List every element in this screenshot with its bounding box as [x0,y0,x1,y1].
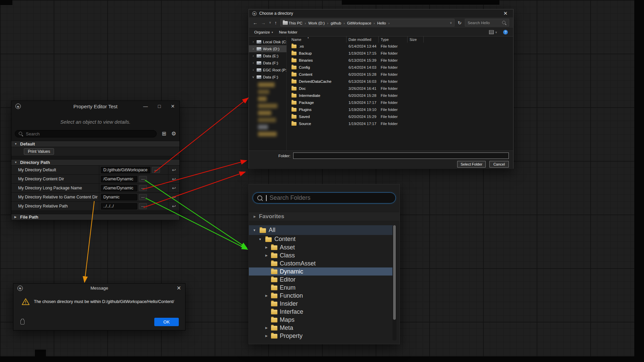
file-row[interactable]: DerivedDataCache 6/13/2024 16:03 File fo… [287,78,513,85]
drive-tree-item[interactable]: › Work (D:) [249,45,286,52]
browse-ellipsis-button[interactable]: ... [139,203,147,209]
folder-tree-item[interactable]: ▶ Function [249,292,393,300]
settings-gear-icon[interactable]: ⚙ [171,131,176,136]
view-options-icon[interactable]: ⊞ [162,131,166,136]
property-value-field[interactable]: /Game/Dynamic [101,176,137,182]
breadcrumb-item[interactable]: This PC › [288,21,308,25]
folder-tree-item[interactable]: CustomAsset [249,259,393,267]
favorites-section-row[interactable]: ▶ Favorites [249,212,399,221]
file-row[interactable]: Saved 6/20/2024 15:29 File folder [287,113,513,120]
close-button[interactable]: ✕ [171,104,175,109]
search-input[interactable] [26,131,153,136]
column-header-date-modified[interactable]: Date modified [346,37,379,43]
drive-tree-item[interactable]: › Data (E:) [249,52,286,59]
expander-arrow-icon[interactable]: ▶ [264,254,269,257]
browse-ellipsis-button[interactable]: ... [139,185,147,191]
file-row[interactable]: Package 1/19/2024 17:17 File folder [287,99,513,106]
drive-tree-item[interactable]: › EGC Root (P:) [249,66,286,73]
drive-tree-item[interactable]: › Local Disk (C:) [249,38,286,45]
breadcrumb-item[interactable]: GitWorkspace › [346,21,376,25]
file-row[interactable]: Binaries 6/13/2024 15:39 File folder [287,57,513,64]
expander-arrow-icon[interactable]: ▶ [264,294,269,297]
file-row[interactable]: Source 1/19/2024 17:17 File folder [287,120,513,127]
file-row[interactable]: Plugins 1/19/2024 19:10 File folder [287,106,513,113]
folder-tree-item[interactable]: Insider [249,300,393,308]
folder-name-input[interactable] [293,153,509,159]
file-row[interactable]: Backup 1/19/2024 17:15 File folder [287,50,513,57]
drive-tree-item[interactable]: › Data (F:) [249,59,286,66]
ok-button[interactable]: OK [154,318,179,326]
folder-tree-item[interactable]: Interface [249,308,393,316]
recent-locations-button[interactable]: ∨ [269,21,271,24]
column-header-name[interactable]: Name ▴ [287,37,346,43]
scrollbar-thumb[interactable] [393,225,396,320]
file-row[interactable]: Intermediate 6/20/2024 15:28 File folder [287,92,513,99]
new-folder-button[interactable]: New folder [279,30,298,34]
drive-tree-item[interactable]: ∨ Data (F:) [249,73,286,80]
column-header-size[interactable]: Size [408,37,424,43]
expander-arrow-icon[interactable]: ▶ [264,334,269,338]
reset-to-default-icon[interactable]: ↩ [172,167,176,173]
expander-arrow-icon[interactable]: ▶ [264,246,269,249]
close-button[interactable]: ✕ [177,285,181,291]
search-box[interactable] [15,130,157,137]
expander-chevron-icon[interactable]: › [252,47,255,51]
folder-tree-item[interactable]: ▶ Asset [249,243,393,251]
file-row[interactable]: .vs 6/14/2024 13:44 File folder [287,43,513,50]
print-values-button[interactable]: Print Values [24,148,54,155]
browse-ellipsis-button[interactable]: ... [139,194,147,200]
folder-tree-item[interactable]: Dynamic [249,267,393,276]
tree-item-all[interactable]: ▼ All [249,225,393,235]
folder-search-box[interactable]: Search Folders [253,192,396,203]
property-editor-titlebar[interactable]: u Property Editor Test — □ ✕ [11,101,179,112]
expander-arrow-icon[interactable]: ▶ [264,326,269,329]
message-titlebar[interactable]: u Message ✕ [13,284,185,293]
reset-to-default-icon[interactable]: ↩ [172,176,176,182]
forward-button[interactable]: → [261,20,266,25]
up-button[interactable]: ↑ [275,20,277,25]
property-value-field[interactable]: D:/github/GitWorkspace [101,167,150,173]
section-header-file-path[interactable]: ▶ File Path [11,214,179,220]
explorer-search-box[interactable] [465,19,509,26]
file-row[interactable]: Content 6/20/2024 15:28 File folder [287,71,513,78]
folder-tree-item[interactable]: Editor [249,276,393,284]
close-button[interactable]: ✕ [501,10,510,16]
expander-chevron-icon[interactable]: › [252,40,255,44]
copy-to-clipboard-icon[interactable] [20,320,24,324]
reset-to-default-icon[interactable]: ↩ [172,185,176,191]
section-header-directory-path[interactable]: ▼ Directory Path [11,159,179,166]
folder-tree-item[interactable]: ▶ Meta [249,324,393,332]
refresh-icon[interactable]: ↻ [458,20,462,25]
dialog-titlebar[interactable]: u Choose a directory ✕ [249,9,513,17]
help-icon[interactable]: ? [503,30,508,35]
folder-tree-item[interactable]: ▶ Property [249,332,393,340]
file-row[interactable]: Config 6/14/2024 14:03 File folder [287,64,513,71]
browse-ellipsis-button[interactable]: ... [152,167,160,173]
folder-tree-item[interactable]: Maps [249,316,393,324]
breadcrumb-item[interactable]: Work (D:) › [307,21,330,25]
expander-chevron-icon[interactable]: › [252,54,255,58]
property-value-field[interactable]: ../../../ [101,203,137,209]
scrollbar-track[interactable] [392,225,396,341]
column-header-type[interactable]: Type [379,37,408,43]
expander-chevron-icon[interactable]: › [252,68,255,72]
back-button[interactable]: ← [253,20,258,25]
minimize-button[interactable]: — [143,104,148,109]
change-view-button[interactable]: ∨ [489,30,497,34]
reset-to-default-icon[interactable]: ↩ [172,194,176,200]
maximize-button[interactable]: □ [158,104,161,109]
browse-ellipsis-button[interactable]: ... [139,176,147,182]
folder-tree-item[interactable]: ▶ Class [249,251,393,259]
property-value-field[interactable]: Dynamic [101,194,137,200]
cancel-button[interactable]: Cancel [489,161,509,168]
expander-chevron-icon[interactable]: › [252,61,255,65]
breadcrumb[interactable]: This PC › Work (D:) › github › GitWorksp… [280,19,454,26]
file-row[interactable]: Doc 3/26/2024 16:41 File folder [287,85,513,92]
select-folder-button[interactable]: Select Folder [457,161,486,168]
tree-item-content[interactable]: ▼ Content [249,235,393,243]
organize-menu[interactable]: Organize ▾ [254,30,273,34]
explorer-search-input[interactable] [468,21,500,25]
reset-to-default-icon[interactable]: ↩ [172,203,176,209]
property-value-field[interactable]: /Game/Dynamic [101,185,137,191]
section-header-default[interactable]: ▼ Default [11,141,179,147]
